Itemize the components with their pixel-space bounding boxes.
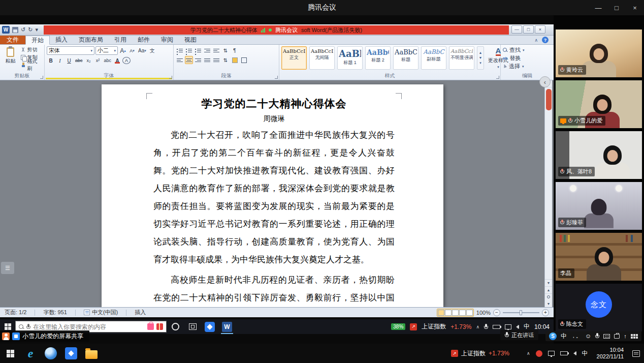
word-taskbar-button[interactable]: W <box>218 319 236 334</box>
style-heading1[interactable]: AaBbC标题 1 <box>337 46 363 70</box>
tab-references[interactable]: 引用 <box>109 36 132 44</box>
decrease-indent-button[interactable] <box>203 46 211 54</box>
zoom-slider-thumb[interactable] <box>520 310 522 315</box>
participant-tile[interactable]: 凤、落叶8 <box>556 131 642 179</box>
stock-index-name[interactable]: 上证指数 <box>422 322 446 331</box>
tab-file[interactable]: 文件 <box>0 36 25 44</box>
document-page[interactable]: 学习党的二十大精神心得体会 周微琳 党的二十大召开，吹响了全面推进中华民族伟大复… <box>102 84 443 307</box>
shopping-promo-icon[interactable] <box>147 323 154 330</box>
scrollbar-thumb[interactable] <box>546 89 552 110</box>
vertical-scrollbar[interactable]: ▲ ▼ ▲ ▼ <box>544 80 552 307</box>
highlight-button[interactable]: abc <box>103 56 113 65</box>
browser-button[interactable] <box>41 344 61 363</box>
numbering-button[interactable] <box>185 46 193 54</box>
save-icon[interactable] <box>12 27 18 33</box>
tab-page-layout[interactable]: 页面布局 <box>73 36 109 44</box>
volume-icon[interactable] <box>516 325 519 329</box>
cortana-button[interactable] <box>167 319 184 334</box>
participant-tile[interactable]: 黄玲云 <box>556 29 642 77</box>
select-browse-object-icon[interactable] <box>545 294 552 300</box>
find-button[interactable]: 查找▾ <box>503 46 552 54</box>
stock-ticker[interactable]: ↗ 上证指数 +1.73% <box>451 349 509 358</box>
help-icon[interactable]: ? <box>542 37 549 43</box>
tab-home[interactable]: 开始 <box>25 36 50 45</box>
align-left-button[interactable] <box>176 56 184 64</box>
collapse-ribbon-icon[interactable]: ∧ <box>534 38 538 43</box>
style-subtitle[interactable]: AaBbC副标题 <box>421 46 446 70</box>
align-right-button[interactable] <box>194 56 202 64</box>
word-close-button[interactable]: × <box>535 25 545 34</box>
voice-input-icon[interactable] <box>595 333 599 339</box>
zoom-level[interactable]: 100% <box>476 310 491 316</box>
paragraph-dialog-launcher[interactable] <box>275 76 278 79</box>
cut-button[interactable]: 剪切 <box>21 46 42 53</box>
task-view-button[interactable] <box>184 319 201 334</box>
outline-view-icon[interactable] <box>459 310 466 316</box>
ime-indicator[interactable]: 中 <box>582 349 588 358</box>
previous-page-icon[interactable]: ▲ <box>545 287 552 294</box>
pinned-app-button[interactable] <box>201 319 218 334</box>
justify-button[interactable] <box>203 56 211 64</box>
underline-button[interactable]: U <box>65 56 73 65</box>
distribute-button[interactable] <box>212 56 220 64</box>
display-tray-icon[interactable] <box>548 351 555 356</box>
taskbar-clock[interactable]: 10:04 <box>534 323 550 330</box>
shading-button[interactable] <box>231 56 239 64</box>
enclose-character-button[interactable]: A <box>122 57 131 64</box>
italic-button[interactable]: I <box>56 56 64 65</box>
word-minimize-button[interactable]: — <box>511 25 522 34</box>
recording-app-icon[interactable] <box>536 350 542 357</box>
superscript-button[interactable]: x² <box>94 56 102 65</box>
keyboard-icon[interactable] <box>603 334 610 339</box>
tray-expand-icon[interactable]: ∧ <box>476 324 479 329</box>
tab-review[interactable]: 审阅 <box>155 36 179 44</box>
action-center-icon[interactable] <box>632 350 640 357</box>
format-painter-button[interactable]: 格式刷 <box>21 62 42 69</box>
show-marks-button[interactable]: ¶ <box>231 46 239 54</box>
close-button[interactable]: × <box>626 0 644 15</box>
toolbox-icon[interactable] <box>614 334 620 339</box>
zoom-out-button[interactable]: − <box>493 309 500 316</box>
pinyin-guide-button[interactable]: 文 <box>148 47 156 55</box>
tray-expand-icon[interactable]: ∧ <box>527 351 530 356</box>
redo-icon[interactable]: ↻ <box>28 27 33 33</box>
participant-tile[interactable]: 小雪儿的爱 <box>556 80 642 128</box>
increase-indent-button[interactable] <box>212 46 220 54</box>
sort-button[interactable]: ⇅ <box>221 46 230 54</box>
word-count[interactable]: 字数: 951 <box>43 309 67 316</box>
style-heading2[interactable]: AaBbC标题 2 <box>365 46 391 70</box>
participant-tile[interactable]: 彭臻菲 <box>556 182 642 230</box>
bullets-button[interactable] <box>176 46 184 54</box>
borders-button[interactable] <box>240 56 248 64</box>
replace-button[interactable]: ab替换 <box>503 54 552 62</box>
participant-tile[interactable]: 李晶 <box>556 233 642 281</box>
page-indicator[interactable]: 页面: 1/2 <box>5 309 26 316</box>
ie-browser-button[interactable]: e <box>20 344 41 363</box>
zoom-in-button[interactable]: + <box>542 309 549 316</box>
styles-gallery-scroll[interactable]: ▲▼▾ <box>477 46 484 70</box>
tab-insert[interactable]: 插入 <box>50 36 73 44</box>
paste-button[interactable]: 粘贴 <box>2 46 19 69</box>
font-dialog-launcher[interactable] <box>169 76 172 79</box>
minimize-button[interactable]: — <box>589 0 607 15</box>
style-normal[interactable]: AaBbCcDc正文 <box>281 46 307 70</box>
next-page-icon[interactable]: ▼ <box>545 300 552 307</box>
ime-punctuation-toggle[interactable]: ，。 <box>571 332 581 340</box>
line-spacing-button[interactable]: ⇅ <box>221 56 230 64</box>
subscript-button[interactable]: x₂ <box>85 56 93 65</box>
qat-dropdown-icon[interactable]: ▾ <box>35 27 38 33</box>
sidebar-collapse-button[interactable]: ‹ <box>539 76 551 87</box>
stock-app-icon[interactable]: ↗ <box>410 323 417 330</box>
file-explorer-button[interactable] <box>81 344 102 363</box>
pinned-app-button[interactable] <box>61 344 81 363</box>
font-size-select[interactable]: 小二▾ <box>95 46 118 55</box>
change-case-button[interactable]: Aa▾ <box>137 47 147 55</box>
clipboard-dialog-launcher[interactable] <box>40 76 43 79</box>
styles-dialog-launcher[interactable] <box>496 76 499 79</box>
undo-icon[interactable]: ↺ <box>21 27 25 33</box>
ime-logo-icon[interactable]: S <box>549 332 557 340</box>
grid-icon[interactable] <box>631 334 638 339</box>
print-layout-view-icon[interactable] <box>438 310 444 316</box>
fullscreen-view-icon[interactable] <box>445 310 452 316</box>
ime-mode-toggle[interactable]: 中 <box>561 332 567 341</box>
